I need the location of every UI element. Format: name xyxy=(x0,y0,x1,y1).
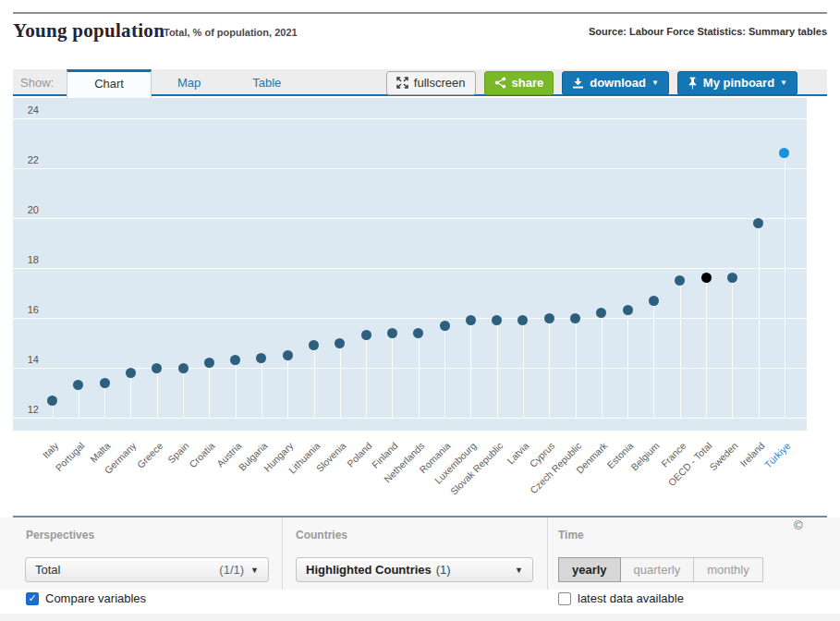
data-point[interactable] xyxy=(47,396,57,406)
lollipop-stem xyxy=(549,318,550,418)
caret-down-icon: ▼ xyxy=(250,566,259,575)
share-icon xyxy=(494,77,506,89)
y-axis-tick-label: 24 xyxy=(18,104,39,116)
my-pinboard-button[interactable]: My pinboard ▼ xyxy=(677,71,797,95)
data-point[interactable] xyxy=(309,340,319,350)
data-point[interactable] xyxy=(596,308,606,318)
lollipop-stem xyxy=(183,368,184,418)
checkbox-checked-icon[interactable]: ✓ xyxy=(26,592,39,605)
data-point[interactable] xyxy=(727,273,737,283)
download-label: download xyxy=(590,76,646,90)
data-point[interactable] xyxy=(517,315,528,325)
x-axis-labels: ItalyPortugalMaltaGermanyGreeceSpainCroa… xyxy=(13,431,827,514)
page-subtitle: Total, % of population, 2021 xyxy=(164,27,298,38)
countries-dropdown[interactable]: Highlighted Countries (1) ▼ xyxy=(296,557,533,582)
data-point[interactable] xyxy=(623,305,633,315)
compare-variables-label: Compare variables xyxy=(45,591,146,605)
data-point[interactable] xyxy=(100,378,110,388)
data-point[interactable] xyxy=(230,355,240,365)
latest-data-label: latest data available xyxy=(578,591,684,605)
caret-down-icon: ▼ xyxy=(651,79,659,87)
lollipop-stem xyxy=(366,335,367,418)
latest-data-checkbox[interactable]: latest data available xyxy=(558,591,684,605)
lollipop-stem xyxy=(444,325,445,418)
perspectives-dropdown[interactable]: Total (1/1) ▼ xyxy=(25,557,269,582)
data-point[interactable] xyxy=(256,353,266,363)
caret-down-icon: ▼ xyxy=(780,79,787,87)
view-tabs: Chart Map Table xyxy=(67,69,307,96)
page-title: Young population xyxy=(13,19,164,43)
lollipop-stem xyxy=(130,372,131,418)
gridline xyxy=(13,318,807,319)
fullscreen-button[interactable]: fullscreen xyxy=(386,71,476,95)
gridline xyxy=(13,418,807,419)
lollipop-stem xyxy=(314,346,315,418)
lollipop-stem xyxy=(79,385,79,418)
data-point[interactable] xyxy=(779,148,789,158)
y-axis-tick-label: 18 xyxy=(18,254,39,265)
tab-table[interactable]: Table xyxy=(226,69,307,96)
data-point[interactable] xyxy=(126,368,136,378)
chart-plot: 12141618202224 xyxy=(13,98,807,431)
data-point[interactable] xyxy=(73,380,83,390)
lollipop-stem xyxy=(340,343,341,418)
lollipop-stem xyxy=(287,356,288,419)
gridline xyxy=(13,218,807,219)
perspectives-dropdown-count: (1/1) xyxy=(219,563,244,577)
source-label: Source: Labour Force Statistics: Summary… xyxy=(589,26,827,37)
lower-section-edge xyxy=(0,614,840,621)
lollipop-stem xyxy=(392,333,393,418)
data-point[interactable] xyxy=(152,363,162,373)
tab-chart[interactable]: Chart xyxy=(67,69,152,98)
data-point[interactable] xyxy=(178,363,189,373)
lollipop-stem xyxy=(209,363,210,418)
countries-header: Countries xyxy=(296,529,347,542)
data-point[interactable] xyxy=(649,296,659,306)
data-point[interactable] xyxy=(492,315,502,325)
time-option-monthly[interactable]: monthly xyxy=(693,557,763,582)
data-point[interactable] xyxy=(466,315,476,325)
pinboard-label: My pinboard xyxy=(703,76,774,90)
lollipop-stem xyxy=(627,310,628,418)
lollipop-stem xyxy=(523,321,524,418)
data-point[interactable] xyxy=(283,350,293,360)
download-button[interactable]: download ▼ xyxy=(562,71,669,95)
data-point[interactable] xyxy=(701,273,712,283)
time-header: Time xyxy=(558,529,584,542)
copyright-mark: © xyxy=(794,518,803,532)
time-option-yearly[interactable]: yearly xyxy=(558,557,621,582)
data-point[interactable] xyxy=(440,321,450,331)
time-option-quarterly[interactable]: quarterly xyxy=(620,557,695,582)
perspectives-dropdown-value: Total xyxy=(35,563,60,577)
checkbox-unchecked-icon[interactable] xyxy=(558,592,571,605)
share-label: share xyxy=(512,76,544,90)
lollipop-stem xyxy=(732,278,733,418)
data-point[interactable] xyxy=(570,313,580,323)
data-point[interactable] xyxy=(413,328,423,338)
countries-dropdown-value: Highlighted Countries xyxy=(306,563,432,577)
lollipop-stem xyxy=(680,281,681,419)
data-point[interactable] xyxy=(204,358,214,368)
lollipop-stem xyxy=(470,321,471,418)
fullscreen-icon xyxy=(396,77,408,89)
gridline xyxy=(13,168,807,169)
countries-dropdown-count: (1) xyxy=(436,563,451,577)
panel-divider xyxy=(282,518,283,590)
compare-variables-checkbox[interactable]: ✓ Compare variables xyxy=(26,591,146,605)
lollipop-stem xyxy=(602,313,603,418)
lollipop-stem xyxy=(759,223,760,418)
data-point[interactable] xyxy=(544,313,554,323)
tab-map[interactable]: Map xyxy=(152,69,226,96)
y-axis-tick-label: 14 xyxy=(18,354,39,365)
toolbar-actions: fullscreen share xyxy=(386,69,827,96)
share-button[interactable]: share xyxy=(484,71,554,95)
lollipop-stem xyxy=(262,358,262,418)
data-point[interactable] xyxy=(361,330,371,340)
data-point[interactable] xyxy=(387,328,397,338)
data-point[interactable] xyxy=(335,338,345,348)
y-axis-tick-label: 22 xyxy=(18,154,39,165)
lollipop-stem xyxy=(104,383,105,418)
lollipop-stem xyxy=(653,300,654,418)
data-point[interactable] xyxy=(753,218,763,228)
data-point[interactable] xyxy=(675,275,685,286)
